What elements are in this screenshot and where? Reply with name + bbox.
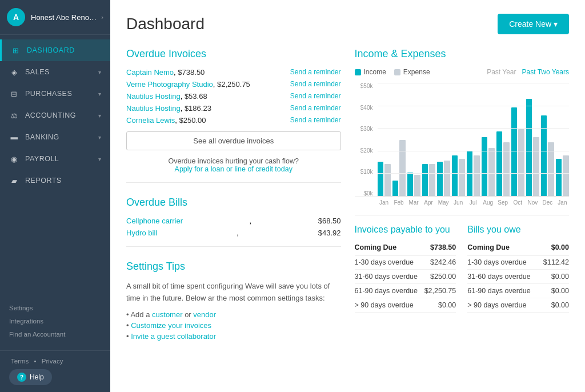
see-all-overdue-button[interactable]: See all overdue invoices: [126, 131, 341, 150]
invoice-amount: $186.23: [185, 104, 211, 113]
sidebar-bottom-find-an-accountant[interactable]: Find an Accountant: [9, 328, 101, 341]
settings-tips-section: Settings Tips A small bit of time spent …: [126, 261, 341, 341]
row-amount: $0.00: [539, 241, 569, 255]
settings-tips-title: Settings Tips: [126, 261, 341, 273]
help-button[interactable]: ? Help: [9, 369, 52, 385]
invite-collaborator-link[interactable]: Invite a guest collaborator: [131, 332, 216, 341]
customer-link[interactable]: customer: [152, 310, 182, 319]
table-row: 1-30 days overdue$112.42: [467, 255, 569, 270]
vendor-link[interactable]: vendor: [193, 310, 216, 319]
invoice-row: Cornelia Lewis, $250.00 Send a reminder: [126, 116, 341, 125]
settings-tips-description: A small bit of time spent configuring Wa…: [126, 281, 341, 305]
table-row: 61-90 days overdue$2,250.75: [355, 284, 456, 298]
income-bar: [392, 181, 399, 197]
brand-name: Honest Abe Renov ...: [31, 13, 99, 22]
reminder-link[interactable]: Send a reminder: [290, 92, 341, 100]
customize-invoices-link[interactable]: Customize your invoices: [131, 321, 211, 330]
sidebar-brand[interactable]: A Honest Abe Renov ... ›: [0, 0, 110, 35]
overdue-invoices-section: Overdue Invoices Captain Nemo, $738.50 S…: [126, 48, 341, 173]
income-bar: [482, 137, 488, 197]
table-row: 31-60 days overdue$0.00: [467, 270, 569, 284]
reminder-link[interactable]: Send a reminder: [290, 80, 341, 88]
income-legend-label: Income: [364, 68, 386, 76]
sidebar-bottom-settings[interactable]: Settings: [9, 302, 101, 315]
content-grid: Overdue Invoices Captain Nemo, $738.50 S…: [126, 48, 569, 343]
row-label: > 90 days overdue: [355, 298, 422, 313]
sidebar-item-reports[interactable]: ▰ Reports: [0, 170, 110, 191]
expense-legend: Expense: [394, 68, 430, 76]
reminder-link[interactable]: Send a reminder: [290, 104, 341, 112]
client-link[interactable]: Verne Photography Studio: [126, 80, 213, 89]
divider-2: [126, 246, 341, 247]
expense-bar: [548, 142, 554, 197]
bill-row: Cellphone carrier, $68.50: [126, 217, 341, 225]
create-new-button[interactable]: Create New ▾: [498, 14, 569, 34]
y-axis-labels: $0k$10k$20k$30k$40k$50k: [355, 83, 375, 197]
bar-group: [407, 173, 420, 197]
expense-bar: [533, 137, 539, 197]
separator: •: [34, 358, 37, 365]
chevron-accounting-icon: ▾: [98, 113, 102, 119]
bill-amount: $68.50: [318, 217, 341, 225]
client-link[interactable]: Nautilus Hosting: [126, 92, 181, 101]
row-label: 31-60 days overdue: [467, 270, 539, 284]
loan-link[interactable]: Apply for a loan or line of credit today: [175, 165, 292, 173]
expense-bar: [399, 140, 406, 197]
main-header: Dashboard Create New ▾: [126, 14, 569, 34]
invoices-payable-table: Coming Due$738.501-30 days overdue$242.4…: [355, 241, 456, 313]
income-bar: [511, 107, 518, 197]
past-year-link[interactable]: Past Year: [487, 68, 516, 76]
reminder-link[interactable]: Send a reminder: [290, 68, 341, 76]
row-amount: $0.00: [539, 270, 569, 284]
client-link[interactable]: Cornelia Lewis: [126, 116, 175, 125]
chevron-banking-icon: ▾: [98, 134, 102, 141]
past-two-years-link[interactable]: Past Two Years: [522, 68, 570, 76]
y-axis-label: $40k: [355, 105, 375, 111]
bar-group: [556, 155, 569, 197]
row-amount: $2,250.75: [422, 284, 456, 298]
table-row: > 90 days overdue$0.00: [355, 298, 456, 313]
row-label: Coming Due: [467, 241, 539, 255]
help-label: Help: [30, 373, 44, 381]
row-label: > 90 days overdue: [467, 298, 539, 313]
sidebar: A Honest Abe Renov ... › ⊞ Dashboard ◈ S…: [0, 0, 110, 392]
sidebar-item-purchases[interactable]: ⊟ Purchases ▾: [0, 83, 110, 105]
x-axis-label: Jan: [556, 199, 569, 206]
row-amount: $0.00: [539, 298, 569, 313]
client-link[interactable]: Captain Nemo: [126, 68, 174, 77]
chart-legend: Income Expense: [355, 68, 430, 76]
expense-bar: [503, 142, 510, 197]
income-legend-dot: [355, 69, 361, 75]
chevron-purchases-icon: ▾: [98, 91, 102, 97]
sidebar-item-dashboard[interactable]: ⊞ Dashboard: [0, 39, 110, 61]
row-label: 31-60 days overdue: [355, 270, 422, 284]
sidebar-label-purchases: Purchases: [25, 90, 72, 98]
vendor-link[interactable]: Hydro bill: [126, 229, 157, 237]
sidebar-footer: Terms • Privacy ? Help: [0, 350, 110, 392]
reports-icon: ▰: [9, 175, 19, 186]
table-row: Coming Due$0.00: [467, 241, 569, 255]
sidebar-item-accounting[interactable]: ⚖ Accounting ▾: [0, 105, 110, 126]
income-expenses-section: Income & Expenses Income Expense Pas: [355, 48, 570, 206]
reminder-link[interactable]: Send a reminder: [290, 116, 341, 124]
sidebar-item-sales[interactable]: ◈ Sales ▾: [0, 61, 110, 83]
sidebar-bottom-links: SettingsIntegrationsFind an Accountant: [0, 298, 110, 350]
terms-link: Terms: [11, 358, 29, 365]
payroll-icon: ◉: [9, 154, 19, 164]
income-expenses-title: Income & Expenses: [355, 48, 570, 60]
accounting-icon: ⚖: [9, 110, 19, 121]
grid-line: [378, 128, 570, 129]
bar-group: [496, 131, 510, 197]
row-amount: $0.00: [539, 284, 569, 298]
bills-rows: Cellphone carrier, $68.50 Hydro bill, $4…: [126, 217, 341, 237]
sidebar-item-banking[interactable]: ▬ Banking ▾: [0, 126, 110, 148]
vendor-link[interactable]: Cellphone carrier: [126, 217, 183, 225]
sidebar-item-payroll[interactable]: ◉ Payroll ▾: [0, 148, 110, 170]
bar-chart: $0k$10k$20k$30k$40k$50k: [355, 83, 570, 197]
sidebar-bottom-integrations[interactable]: Integrations: [9, 315, 101, 328]
invoice-info: Verne Photography Studio, $2,250.75: [126, 80, 286, 89]
client-link[interactable]: Nautilus Hosting: [126, 104, 181, 113]
chart-time-controls: Past Year Past Two Years: [487, 68, 569, 76]
bills-owe: Bills you owe Coming Due$0.001-30 days o…: [467, 225, 569, 313]
invoice-info: Nautilus Hosting, $186.23: [126, 104, 286, 113]
